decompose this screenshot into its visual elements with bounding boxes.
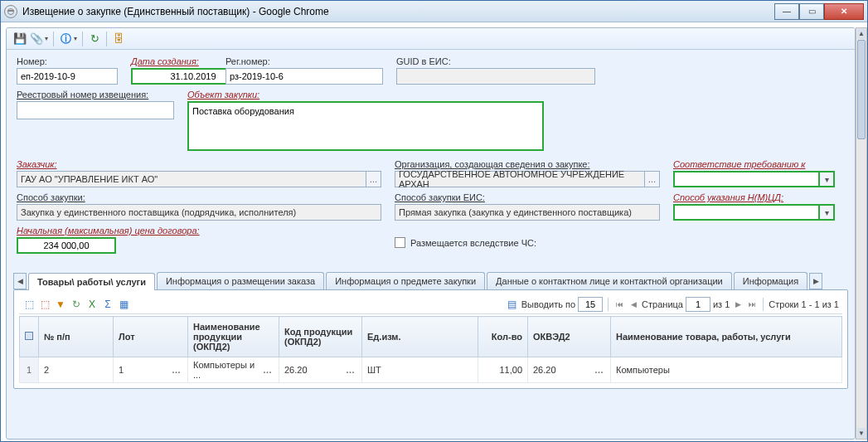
goods-table: № п/п Лот Наименование продукции (ОКПД2)… bbox=[19, 316, 842, 383]
tab-contact[interactable]: Данные о контактном лице и контактной ор… bbox=[487, 272, 732, 289]
lot-lookup-icon[interactable]: … bbox=[170, 365, 182, 375]
compliance-input[interactable] bbox=[673, 171, 820, 187]
grid-add-icon[interactable]: ⬚ bbox=[22, 298, 36, 311]
guid-label: GUID в ЕИС: bbox=[396, 56, 595, 66]
initial-price-input[interactable] bbox=[17, 237, 116, 254]
grid-page-icon[interactable]: ▤ bbox=[506, 298, 519, 311]
registry-number-input[interactable] bbox=[17, 101, 174, 119]
cell-lot[interactable]: 1 bbox=[119, 365, 170, 375]
form: Номер: Дата создания: ▦ Рег.номер: bbox=[7, 50, 855, 262]
close-button[interactable]: ✕ bbox=[824, 3, 864, 20]
tab-prev-icon[interactable]: ◀ bbox=[13, 273, 27, 289]
customer-lookup-icon[interactable]: … bbox=[366, 171, 381, 187]
col-name-okpd2[interactable]: Наименование продукции (ОКПД2) bbox=[188, 317, 279, 357]
cell-okved2[interactable]: 26.20 bbox=[533, 365, 593, 375]
scroll-up-icon[interactable]: ▲ bbox=[857, 28, 866, 39]
grid-filter-icon[interactable]: ▼ bbox=[54, 298, 67, 311]
reg-number-input[interactable] bbox=[225, 68, 383, 85]
scroll-down-icon[interactable]: ▼ bbox=[857, 428, 866, 439]
page-of: из 1 bbox=[713, 299, 730, 309]
toolbar-separator bbox=[82, 32, 83, 46]
create-date-label: Дата создания: bbox=[131, 56, 212, 66]
cell-code-okpd2[interactable]: 26.20 bbox=[284, 365, 344, 375]
emergency-checkbox[interactable] bbox=[395, 237, 405, 248]
tab-content: ⬚ ⬚ ▼ ↻ X Σ ▦ ▤ Выводить по ⏮ ◀ Страница bbox=[13, 289, 848, 389]
refresh-icon[interactable]: ↻ bbox=[88, 32, 101, 46]
nmcd-method-input[interactable] bbox=[673, 204, 820, 221]
col-seq[interactable]: № п/п bbox=[39, 317, 114, 357]
app-window: Извещение о закупке (Единственный постав… bbox=[0, 0, 868, 442]
customer-label: Заказчик: bbox=[17, 159, 381, 169]
tab-subject[interactable]: Информация о предмете закупки bbox=[326, 272, 485, 289]
col-okved2[interactable]: ОКВЭД2 bbox=[528, 317, 611, 357]
main-area: 💾 📎 ▾ ⓘ ▾ ↻ 🗄 Номер: bbox=[6, 27, 856, 440]
tab-goods[interactable]: Товары\ работы\ услуги bbox=[28, 273, 155, 290]
grid-settings-icon[interactable]: ▦ bbox=[117, 298, 130, 311]
grid-sum-icon[interactable]: Σ bbox=[101, 298, 114, 311]
grid-delete-icon[interactable]: ⬚ bbox=[38, 298, 51, 311]
grid-next-icon[interactable]: ▶ bbox=[732, 299, 744, 310]
reg-number-label: Рег.номер: bbox=[225, 56, 383, 66]
toolbar-separator bbox=[106, 32, 107, 46]
tab-info[interactable]: Информация bbox=[734, 272, 807, 289]
org-creating-lookup-icon[interactable]: … bbox=[645, 171, 660, 187]
grid-excel-icon[interactable]: X bbox=[85, 298, 99, 311]
paging-label: Выводить по bbox=[521, 299, 575, 309]
scroll-thumb[interactable] bbox=[857, 40, 866, 139]
compliance-label: Соответствие требованию к bbox=[673, 159, 835, 169]
object-label: Объект закупки: bbox=[187, 90, 544, 100]
purchase-method-eis-field: Прямая закупка (закупка у единственного … bbox=[395, 204, 660, 221]
cell-qty[interactable]: 11,00 bbox=[478, 357, 528, 383]
attach-dropdown-icon[interactable]: ▾ bbox=[45, 35, 48, 42]
grid-first-icon[interactable]: ⏮ bbox=[613, 299, 625, 310]
info-icon[interactable]: ⓘ bbox=[59, 32, 72, 46]
purchase-method-field: Закупка у единственного поставщика (подр… bbox=[17, 204, 381, 221]
content-wrap: 💾 📎 ▾ ⓘ ▾ ↻ 🗄 Номер: bbox=[1, 22, 867, 441]
number-input[interactable] bbox=[17, 68, 118, 85]
vertical-scrollbar[interactable]: ▲ ▼ bbox=[856, 27, 867, 440]
attach-icon[interactable]: 📎 bbox=[30, 32, 43, 46]
col-goods-name[interactable]: Наименование товара, работы, услуги bbox=[611, 317, 842, 357]
cell-name-okpd2[interactable]: Компьютеры и ... bbox=[193, 360, 261, 380]
compliance-dropdown-icon[interactable]: ▾ bbox=[820, 171, 835, 187]
info-dropdown-icon[interactable]: ▾ bbox=[74, 35, 77, 42]
toolbar-separator bbox=[53, 32, 54, 46]
tabs: ◀ Товары\ работы\ услуги Информация о ра… bbox=[7, 269, 855, 289]
save-icon[interactable]: 💾 bbox=[13, 32, 27, 46]
cell-goods-name[interactable]: Компьютеры bbox=[611, 357, 842, 383]
maximize-button[interactable]: ▭ bbox=[799, 3, 824, 20]
globe-icon bbox=[4, 5, 17, 18]
name-okpd2-lookup-icon[interactable]: … bbox=[261, 365, 274, 375]
purchase-method-label: Способ закупки: bbox=[17, 192, 381, 202]
grid-last-icon[interactable]: ⏭ bbox=[746, 299, 758, 310]
titlebar: Извещение о закупке (Единственный постав… bbox=[1, 1, 867, 22]
cell-seq[interactable]: 2 bbox=[39, 357, 114, 383]
col-unit[interactable]: Ед.изм. bbox=[362, 317, 478, 357]
grid-refresh-icon[interactable]: ↻ bbox=[70, 298, 83, 311]
col-select[interactable] bbox=[20, 317, 39, 357]
window-title: Извещение о закупке (Единственный постав… bbox=[22, 6, 774, 17]
tab-placement[interactable]: Информация о размещении заказа bbox=[157, 272, 324, 289]
col-qty[interactable]: Кол-во bbox=[478, 317, 528, 357]
tab-next-icon[interactable]: ▶ bbox=[809, 273, 822, 289]
minimize-button[interactable]: — bbox=[774, 3, 799, 20]
page-label: Страница bbox=[642, 299, 683, 309]
okved2-lookup-icon[interactable]: … bbox=[593, 365, 605, 375]
grid-toolbar: ⬚ ⬚ ▼ ↻ X Σ ▦ ▤ Выводить по ⏮ ◀ Страница bbox=[19, 295, 842, 314]
object-input[interactable] bbox=[187, 101, 544, 151]
rows-info: Строки 1 - 1 из 1 bbox=[769, 299, 839, 309]
code-okpd2-lookup-icon[interactable]: … bbox=[344, 365, 356, 375]
grid-prev-icon[interactable]: ◀ bbox=[628, 299, 639, 310]
page-size-input[interactable] bbox=[578, 297, 603, 312]
table-row[interactable]: 1 2 1… Компьютеры и ...… 26.20… ШТ 11,00… bbox=[20, 357, 842, 383]
purchase-method-eis-label: Способ закупки ЕИС: bbox=[395, 192, 660, 202]
col-code-okpd2[interactable]: Код продукции (ОКПД2) bbox=[279, 317, 362, 357]
database-icon[interactable]: 🗄 bbox=[112, 32, 125, 46]
nmcd-method-dropdown-icon[interactable]: ▾ bbox=[820, 204, 835, 221]
toolbar: 💾 📎 ▾ ⓘ ▾ ↻ 🗄 bbox=[7, 28, 855, 50]
col-lot[interactable]: Лот bbox=[114, 317, 188, 357]
cell-unit[interactable]: ШТ bbox=[362, 357, 478, 383]
registry-number-label: Реестровый номер извещения: bbox=[17, 90, 174, 100]
emergency-label: Размещается вследствие ЧС: bbox=[410, 238, 536, 248]
page-num-input[interactable] bbox=[686, 297, 710, 312]
